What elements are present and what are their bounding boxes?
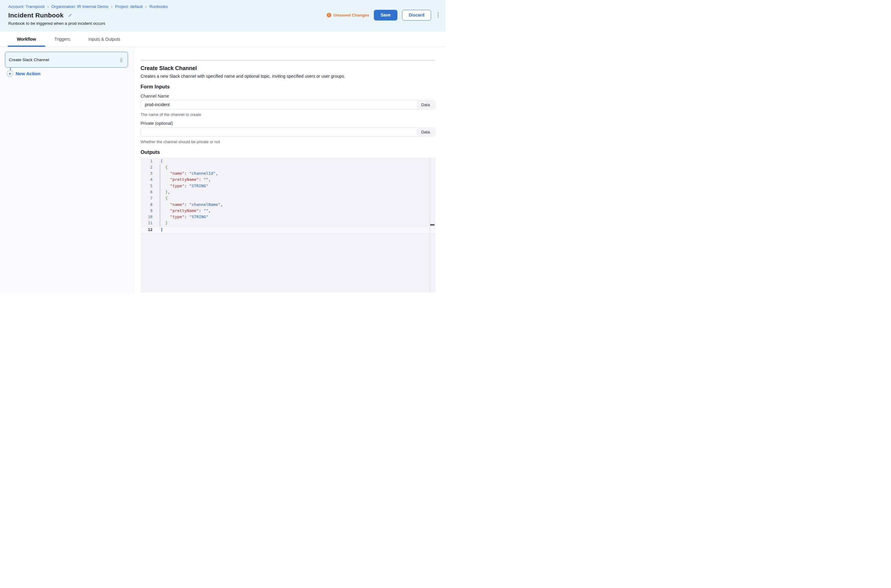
outputs-code-editor[interactable]: 1[2 {3 "name": "channelId",4 "prettyName… [140,158,435,292]
workflow-steps-panel: Create Slack Channel + New Action [0,47,134,294]
breadcrumb: Account: Transposit›Organization: IR Int… [8,4,446,9]
line-number: 3 [140,170,152,177]
step-connector-line [10,68,11,70]
channel-name-input[interactable] [140,100,435,110]
line-number: 7 [140,195,152,201]
action-detail-description: Creates a new Slack channel with specifi… [140,74,446,79]
alert-circle-icon: ! [327,13,331,18]
delete-action-trash-icon[interactable] [119,57,124,63]
channel-name-label: Channel Name [140,94,446,99]
outputs-heading: Outputs [140,149,446,155]
code-text: "name": "channelName", [152,202,223,208]
code-line[interactable]: 3 "name": "channelId", [140,170,435,177]
form-inputs-heading: Form Inputs [140,84,446,90]
channel-name-data-button[interactable]: Data [417,101,434,108]
code-line[interactable]: 8 "name": "channelName", [140,202,435,208]
code-line[interactable]: 12] [140,226,435,234]
code-line[interactable]: 7 { [140,195,435,201]
tab-bar: WorkflowTriggersInputs & Outputs [0,32,446,47]
action-detail-panel: Create Slack Channel Creates a new Slack… [134,47,446,294]
unsaved-changes-status: ! Unsaved Changes [327,13,369,18]
breadcrumb-link[interactable]: Project: default [115,4,143,9]
line-number: 12 [140,227,152,233]
unsaved-changes-label: Unsaved Changes [333,13,369,18]
save-button[interactable]: Save [374,10,397,21]
edit-title-icon[interactable] [67,13,72,18]
more-options-kebab-icon[interactable] [436,11,441,19]
line-number: 6 [140,189,152,195]
code-line[interactable]: 9 "prettyName": "", [140,208,435,214]
code-line[interactable]: 11 } [140,220,435,226]
discard-button[interactable]: Discard [402,10,431,21]
page-header: Account: Transposit›Organization: IR Int… [0,0,446,32]
private-data-button[interactable]: Data [417,128,434,135]
channel-name-field-wrapper: Data [140,100,435,110]
line-number: 8 [140,202,152,208]
workflow-action-card[interactable]: Create Slack Channel [5,52,128,68]
code-line[interactable]: 10 "type": "STRING" [140,214,435,220]
indent-guide-line [160,164,160,226]
code-line[interactable]: 2 { [140,164,435,170]
content-area: Create Slack Channel + New Action Create… [0,47,446,294]
tab-label: Workflow [17,37,36,42]
channel-name-help-text: The name of the channel to create [140,112,446,117]
line-number: 11 [140,220,152,226]
line-number: 10 [140,214,152,220]
private-input[interactable] [140,127,435,137]
code-line[interactable]: 5 "type": "STRING" [140,183,435,189]
code-line[interactable]: 6 }, [140,189,435,195]
line-number: 2 [140,164,152,170]
private-label: Private (optional) [140,121,446,126]
code-text: [ [152,158,163,164]
action-card-label: Create Slack Channel [9,57,119,62]
breadcrumb-link[interactable]: Organization: IR Internal Demo [51,4,108,9]
private-field-wrapper: Data [140,127,435,137]
breadcrumb-separator-icon: › [146,4,146,9]
code-text: "prettyName": "", [152,208,211,214]
code-text: "name": "channelId", [152,170,218,177]
tab-label: Inputs & Outputs [89,37,120,42]
breadcrumb-link[interactable]: Runbooks [149,4,168,9]
tab-workflow[interactable]: Workflow [8,32,45,46]
private-help-text: Whether the channel should be private or… [140,140,446,144]
code-text: "prettyName": "", [152,177,211,183]
editor-scrollbar-marker[interactable] [430,224,435,225]
new-action-label: New Action [16,71,41,76]
code-text: "type": "STRING" [152,214,209,220]
code-text: ] [152,227,163,233]
tab-triggers[interactable]: Triggers [45,32,79,46]
breadcrumb-separator-icon: › [111,4,112,9]
code-text: "type": "STRING" [152,183,209,189]
line-number: 4 [140,177,152,183]
line-number: 9 [140,208,152,214]
code-line[interactable]: 1[ [140,158,435,164]
breadcrumb-link[interactable]: Account: Transposit [8,4,45,9]
breadcrumb-separator-icon: › [47,4,48,9]
tab-label: Triggers [54,37,70,42]
plus-icon: + [7,70,13,77]
section-divider [140,60,435,61]
code-line[interactable]: 4 "prettyName": "", [140,177,435,183]
tab-inputs-outputs[interactable]: Inputs & Outputs [79,32,129,46]
page-title: Incident Runbook [8,12,64,19]
action-detail-title: Create Slack Channel [140,65,446,72]
line-number: 1 [140,158,152,164]
new-action-button[interactable]: + New Action [7,70,41,77]
code-text: }, [152,189,170,195]
page-subtitle: Runbook to be triggered when a prod inci… [8,21,446,26]
line-number: 5 [140,183,152,189]
